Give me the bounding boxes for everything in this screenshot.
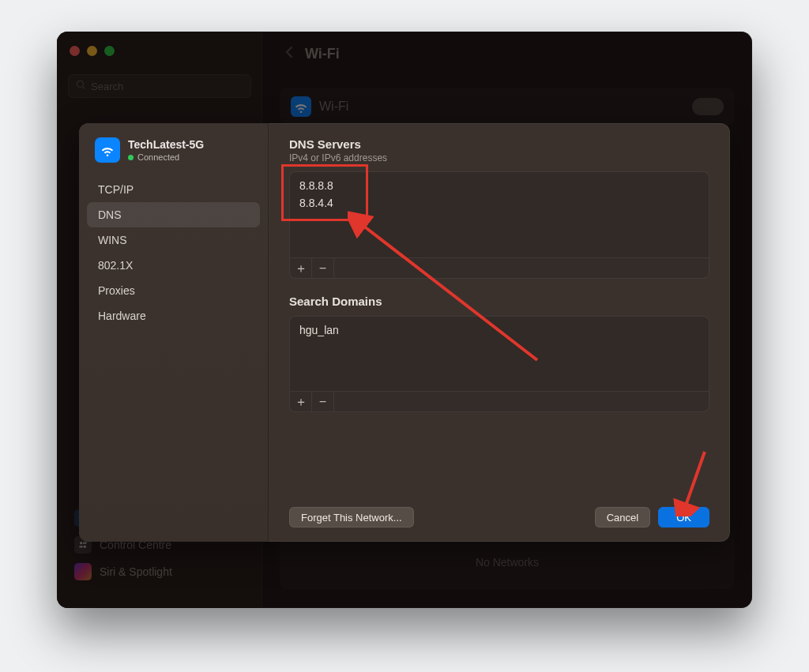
dns-section: DNS Servers IPv4 or IPv6 addresses 8.8.8… — [289, 137, 709, 279]
cancel-button[interactable]: Cancel — [595, 507, 650, 527]
tab-label: WINS — [98, 234, 127, 246]
add-domain-button[interactable]: ＋ — [290, 392, 312, 411]
tab-label: TCP/IP — [98, 183, 134, 196]
tab-label: 802.1X — [98, 259, 133, 272]
modal-content: DNS Servers IPv4 or IPv6 addresses 8.8.8… — [269, 123, 730, 542]
dns-servers-subtitle: IPv4 or IPv6 addresses — [289, 152, 709, 163]
system-settings-window: Search Accessibility Control Centre — [57, 32, 752, 608]
dns-servers-title: DNS Servers — [289, 137, 709, 151]
wifi-icon — [95, 137, 120, 163]
modal-network-header: TechLatest-5G Connected — [87, 137, 260, 174]
dns-server-entry[interactable]: 8.8.8.8 — [299, 177, 699, 194]
search-domains-footer: ＋ − — [289, 392, 709, 412]
dns-servers-list[interactable]: 8.8.8.8 8.8.4.4 — [289, 171, 709, 258]
ok-button[interactable]: OK — [658, 507, 709, 527]
network-name: TechLatest-5G — [128, 138, 204, 152]
tab-label: Hardware — [98, 310, 146, 322]
tab-label: Proxies — [98, 284, 135, 297]
tab-tcpip[interactable]: TCP/IP — [87, 177, 260, 202]
search-domains-list[interactable]: hgu_lan — [289, 316, 709, 392]
dns-list-footer: ＋ − — [289, 258, 709, 279]
dns-server-entry[interactable]: 8.8.4.4 — [299, 194, 699, 212]
modal-tabs: TCP/IP DNS WINS 802.1X Proxies Hardware — [87, 177, 260, 328]
tab-8021x[interactable]: 802.1X — [87, 253, 260, 278]
search-domains-section: Search Domains hgu_lan ＋ − — [289, 295, 709, 412]
tab-proxies[interactable]: Proxies — [87, 278, 260, 303]
search-domain-entry[interactable]: hgu_lan — [299, 321, 699, 339]
network-status: Connected — [128, 152, 204, 162]
status-label: Connected — [137, 152, 179, 162]
add-dns-button[interactable]: ＋ — [290, 258, 312, 278]
status-dot-icon — [128, 155, 134, 160]
tab-hardware[interactable]: Hardware — [87, 303, 260, 328]
tab-dns[interactable]: DNS — [87, 202, 260, 227]
modal-sidebar: TechLatest-5G Connected TCP/IP DNS WINS … — [79, 123, 269, 542]
remove-dns-button[interactable]: − — [312, 258, 334, 278]
forget-network-button[interactable]: Forget This Network... — [289, 507, 414, 527]
modal-button-row: Forget This Network... Cancel OK — [289, 496, 709, 527]
tab-label: DNS — [98, 208, 122, 221]
tab-wins[interactable]: WINS — [87, 227, 260, 253]
remove-domain-button[interactable]: − — [312, 392, 334, 411]
network-details-modal: TechLatest-5G Connected TCP/IP DNS WINS … — [79, 123, 730, 542]
search-domains-title: Search Domains — [289, 295, 709, 308]
